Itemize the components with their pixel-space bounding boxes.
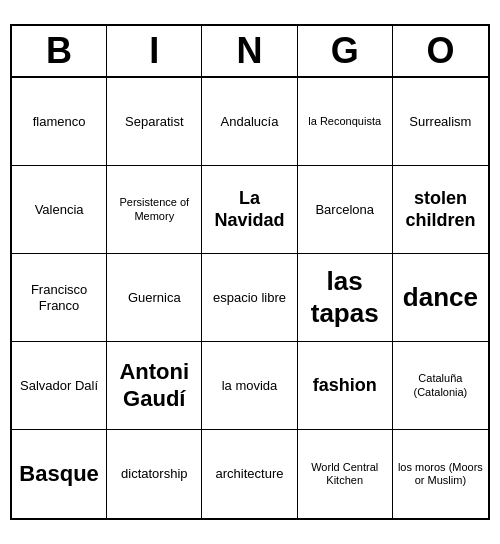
bingo-cell[interactable]: Antoni Gaudí — [107, 342, 202, 430]
bingo-cell[interactable]: los moros (Moors or Muslim) — [393, 430, 488, 518]
header-o: O — [393, 26, 488, 76]
header-b: B — [12, 26, 107, 76]
bingo-cell[interactable]: Barcelona — [298, 166, 393, 254]
bingo-cell[interactable]: architecture — [202, 430, 297, 518]
bingo-cell[interactable]: Basque — [12, 430, 107, 518]
bingo-cell[interactable]: World Central Kitchen — [298, 430, 393, 518]
bingo-cell[interactable]: la Reconquista — [298, 78, 393, 166]
bingo-cell[interactable]: Francisco Franco — [12, 254, 107, 342]
header-n: N — [202, 26, 297, 76]
bingo-cell[interactable]: fashion — [298, 342, 393, 430]
bingo-cell[interactable]: La Navidad — [202, 166, 297, 254]
bingo-cell[interactable]: Persistence of Memory — [107, 166, 202, 254]
bingo-cell[interactable]: Separatist — [107, 78, 202, 166]
bingo-grid: flamencoSeparatistAndalucíala Reconquist… — [12, 78, 488, 518]
bingo-cell[interactable]: Valencia — [12, 166, 107, 254]
bingo-cell[interactable]: espacio libre — [202, 254, 297, 342]
bingo-header: B I N G O — [12, 26, 488, 78]
bingo-cell[interactable]: Guernica — [107, 254, 202, 342]
bingo-cell[interactable]: Andalucía — [202, 78, 297, 166]
header-i: I — [107, 26, 202, 76]
bingo-cell[interactable]: Salvador Dalí — [12, 342, 107, 430]
bingo-cell[interactable]: la movida — [202, 342, 297, 430]
bingo-cell[interactable]: Cataluña (Catalonia) — [393, 342, 488, 430]
bingo-cell[interactable]: Surrealism — [393, 78, 488, 166]
bingo-cell[interactable]: las tapas — [298, 254, 393, 342]
bingo-cell[interactable]: dance — [393, 254, 488, 342]
bingo-cell[interactable]: stolen children — [393, 166, 488, 254]
bingo-cell[interactable]: flamenco — [12, 78, 107, 166]
header-g: G — [298, 26, 393, 76]
bingo-card: B I N G O flamencoSeparatistAndalucíala … — [10, 24, 490, 520]
bingo-cell[interactable]: dictatorship — [107, 430, 202, 518]
